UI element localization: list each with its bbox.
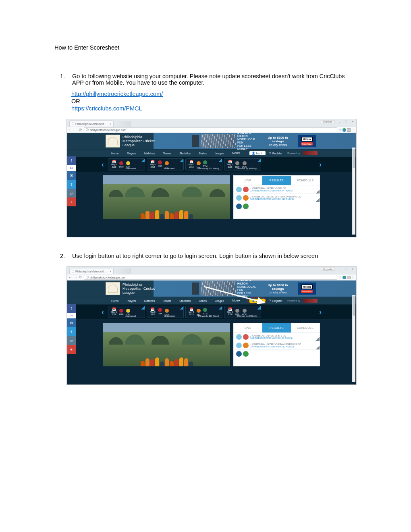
nav-players[interactable]: Players xyxy=(123,299,140,302)
site-info-icon[interactable]: ⓘ xyxy=(86,275,89,279)
minimize-icon[interactable]: – xyxy=(337,120,342,124)
nav-home[interactable]: Home xyxy=(107,152,123,155)
cards-prev-icon[interactable]: ‹ xyxy=(99,160,106,169)
mail-icon[interactable]: ✉ xyxy=(67,318,76,327)
upgrade-button[interactable]: Upgrade xyxy=(321,268,334,271)
tab-live[interactable]: LIVE xyxy=(234,176,262,185)
plus-icon[interactable]: + xyxy=(67,345,76,354)
result-item-1[interactable]: L: CARIBBEAN UNITED VS BFL CC CARIBBEAN … xyxy=(234,333,320,341)
scrollbar-thumb[interactable] xyxy=(353,149,355,168)
twitter-icon[interactable]: 𝕥 xyxy=(67,327,76,336)
browser-tab[interactable]: Philadelphia Metropolit... × xyxy=(69,121,114,127)
close-window-icon[interactable]: ✕ xyxy=(350,120,355,124)
nav-league[interactable]: League xyxy=(211,299,228,302)
nav-statistics[interactable]: Statistics xyxy=(175,299,195,302)
league-logo[interactable] xyxy=(106,282,120,295)
match-card-3[interactable]: 📅May 5 2018 SPA STM SPA won by 201 Run(s… xyxy=(185,306,222,318)
plus-icon[interactable]: + xyxy=(67,197,76,206)
address-bar[interactable]: ⓘ phillymetrocricketleague.com xyxy=(84,127,337,132)
share-icon[interactable]: ▱ xyxy=(67,189,76,197)
upgrade-button[interactable]: Upgrade xyxy=(321,120,334,123)
extension-1-icon[interactable] xyxy=(342,276,346,279)
close-window-icon[interactable]: ✕ xyxy=(350,267,355,271)
nav-series[interactable]: Series xyxy=(195,152,211,155)
match-card-3[interactable]: 📅May 5 2018 SPA STM SPA won by 201 Run(s… xyxy=(185,158,222,170)
tab-results[interactable]: RESULTS xyxy=(262,176,291,185)
address-bar[interactable]: ⓘ phillymetrocricketleague.com xyxy=(84,275,337,280)
back-icon[interactable]: ← xyxy=(68,128,72,132)
nav-matches[interactable]: Matches xyxy=(140,299,159,302)
facebook-icon[interactable]: f xyxy=(67,304,76,313)
book-now-button[interactable]: Book Now xyxy=(301,290,313,293)
result-item-2[interactable]: L: CARIBBEAN UNITED VS FRANK PARSONS CC … xyxy=(234,194,320,202)
tab-live[interactable]: LIVE xyxy=(234,323,262,333)
bookmark-icon[interactable]: ☆ xyxy=(339,128,342,132)
mail-icon[interactable]: ✉ xyxy=(67,171,76,180)
nav-more[interactable]: More▾ xyxy=(228,152,244,155)
forward-icon[interactable]: → xyxy=(74,275,77,279)
reload-icon[interactable]: ⟳ xyxy=(79,128,82,132)
cards-next-icon[interactable]: › xyxy=(317,308,324,316)
nav-teams[interactable]: Teams xyxy=(159,299,176,302)
extension-1-icon[interactable] xyxy=(342,128,346,132)
browser-menu-icon[interactable]: ⋮ xyxy=(351,128,355,132)
tab-schedule[interactable]: SCHEDULE xyxy=(291,323,320,333)
share-icon[interactable]: ▱ xyxy=(67,336,76,345)
extension-2-icon[interactable] xyxy=(347,276,351,279)
maximize-icon[interactable]: ☐ xyxy=(343,120,349,124)
card-3-date: May 5 2018 xyxy=(189,311,194,316)
cricclubs-logo[interactable] xyxy=(303,151,318,155)
tab-close-icon[interactable]: × xyxy=(110,270,111,273)
banner-ad[interactable]: STAY AT A HILTON MORE LOCAL FUN FOR LESS… xyxy=(192,135,316,148)
nav-series[interactable]: Series xyxy=(195,299,211,302)
scrollbar[interactable] xyxy=(352,295,355,382)
extension-2-icon[interactable] xyxy=(347,128,351,132)
maximize-icon[interactable]: ☐ xyxy=(343,267,349,271)
nav-league[interactable]: League xyxy=(211,152,228,155)
nav-teams[interactable]: Teams xyxy=(159,152,176,155)
league-logo[interactable] xyxy=(106,135,120,148)
twitter-icon[interactable]: 𝕥 xyxy=(67,180,76,189)
link-cricclubs[interactable]: https://cricclubs.com/PMCL xyxy=(71,105,142,112)
banner-ad[interactable]: STAY AT A HILTON MORE LOCAL FUN FOR LESS… xyxy=(192,282,316,295)
nav-home[interactable]: Home xyxy=(107,299,123,302)
register-button[interactable]: ✎ Register xyxy=(267,299,284,302)
scrollbar[interactable] xyxy=(352,148,355,235)
match-card-1[interactable]: 📅May 6 2018 PRR KNI Abandoned. xyxy=(108,306,145,318)
cards-prev-icon[interactable]: ‹ xyxy=(99,308,106,316)
result-item-1[interactable]: L: CARIBBEAN UNITED VS BFL CC CARIBBEAN … xyxy=(234,185,320,194)
match-card-1[interactable]: 📅May 6 2018 PRR KNI Abandoned. xyxy=(108,158,145,170)
register-button[interactable]: ✎ Register xyxy=(267,152,284,155)
nav-matches[interactable]: Matches xyxy=(140,152,159,155)
match-card-2[interactable]: 📅May 5 2018 CHA VCC Abandoned. xyxy=(147,306,184,318)
bookmark-icon[interactable]: ☆ xyxy=(339,276,342,279)
scrollbar-thumb[interactable] xyxy=(353,296,355,316)
link-phillymetro[interactable]: http://phillymetrocricketleague.com/ xyxy=(71,91,163,97)
new-tab-button[interactable] xyxy=(115,121,131,127)
reload-icon[interactable]: ⟳ xyxy=(79,275,82,279)
match-card-4[interactable]: 📅May 5 2018 BKN WOO BKN won by 20 Run(s) xyxy=(224,158,261,170)
match-card-2[interactable]: 📅May 5 2018 CHA VCC Abandoned. xyxy=(147,158,184,170)
match-card-4[interactable]: 📅May 5 2018 BKN WOO BKN won by 20 Run(s) xyxy=(224,306,261,318)
book-now-button[interactable]: Book Now xyxy=(301,142,313,145)
facebook-icon[interactable]: f xyxy=(67,156,76,165)
login-button[interactable]: 👤 Log in xyxy=(249,299,266,303)
tab-close-icon[interactable]: × xyxy=(110,123,111,125)
site-info-icon[interactable]: ⓘ xyxy=(86,128,89,132)
nav-players[interactable]: Players xyxy=(123,152,140,155)
browser-tab[interactable]: Philadelphia Metropolit... × xyxy=(69,268,114,274)
back-icon[interactable]: ← xyxy=(68,275,72,279)
login-button[interactable]: 👤 Log in xyxy=(249,151,266,155)
cards-next-icon[interactable]: › xyxy=(317,160,324,169)
nav-more[interactable]: More▾ xyxy=(228,299,244,302)
result-badge-icon xyxy=(243,187,249,192)
cricclubs-logo[interactable] xyxy=(303,299,318,303)
nav-statistics[interactable]: Statistics xyxy=(175,152,195,155)
browser-menu-icon[interactable]: ⋮ xyxy=(351,276,355,279)
tab-results[interactable]: RESULTS xyxy=(262,323,291,333)
forward-icon[interactable]: → xyxy=(74,128,77,132)
new-tab-button[interactable] xyxy=(115,268,131,274)
tab-schedule[interactable]: SCHEDULE xyxy=(291,176,320,185)
minimize-icon[interactable]: – xyxy=(337,267,342,271)
result-item-2[interactable]: L: CARIBBEAN UNITED VS FRANK PARSONS CC … xyxy=(234,341,320,350)
